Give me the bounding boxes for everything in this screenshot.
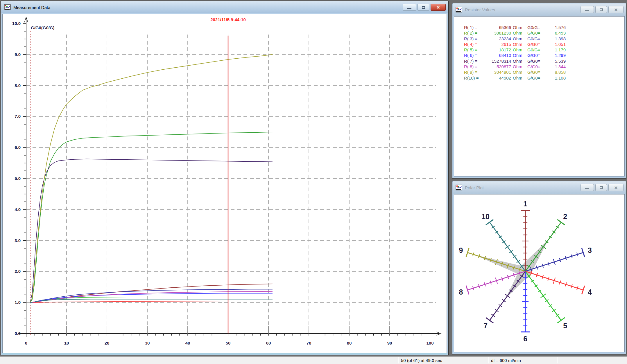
- polar-chart[interactable]: 12345678910: [454, 194, 624, 352]
- resistor-label: R( 2) =: [464, 30, 480, 36]
- close-icon: ✕: [436, 5, 440, 10]
- y-tick-label: 5.0: [15, 176, 21, 181]
- minimize-icon: [585, 188, 589, 189]
- spoke-number-label: 1: [523, 200, 527, 208]
- ratio-value: 6.453: [548, 30, 566, 36]
- resistor-label: R( 9) =: [464, 69, 480, 75]
- resistance-value: 23234: [481, 36, 511, 42]
- close-button[interactable]: ✕: [431, 4, 446, 11]
- resistance-value: 15278314: [481, 58, 511, 64]
- window-resistor-values: Resistor Values ✕ R( 1) = 65366 Ohm G0/G…: [452, 3, 626, 179]
- ratio-value: 1.051: [548, 42, 566, 47]
- x-tick-label: 70: [307, 340, 311, 345]
- resistor-row: R( 2) = 3081230 Ohm G/G0= 6.453: [464, 30, 624, 36]
- resistance-unit: Ohm: [513, 64, 526, 69]
- minimize-button[interactable]: [581, 6, 594, 13]
- polar-window-title: Polar Plot: [465, 185, 581, 190]
- minimize-icon: [585, 10, 589, 11]
- statusbar-separator: [488, 357, 489, 363]
- resistance-unit: Ohm: [513, 58, 526, 64]
- close-icon: ✕: [614, 185, 618, 190]
- measurement-chart[interactable]: 2021/11/5 9:44:10G/G0(G0/G)0.01.02.03.04…: [3, 14, 447, 353]
- chart-window-icon: [456, 7, 463, 12]
- resistor-rows: R( 1) = 65366 Ohm G0/G= 1.576 R( 2) = 30…: [454, 17, 624, 176]
- resistance-unit: Ohm: [513, 25, 526, 30]
- resistance-unit: Ohm: [513, 36, 526, 42]
- resistance-unit: Ohm: [513, 42, 526, 47]
- mdi-workspace: Measurement Data ✕ 2021/11/5 9:44:10G/G0…: [0, 0, 627, 364]
- maximize-button[interactable]: [418, 4, 429, 11]
- polar-titlebar[interactable]: Polar Plot ✕: [453, 181, 626, 194]
- resistance-unit: Ohm: [513, 47, 526, 53]
- y-tick-label: 1.0: [15, 300, 21, 305]
- ratio-value: 1.108: [548, 75, 566, 81]
- minimize-button[interactable]: [403, 4, 416, 11]
- resistance-value: 68410: [481, 53, 511, 58]
- ratio-value: 1.299: [548, 53, 566, 58]
- resistance-value: 44902: [481, 75, 511, 81]
- ratio-label: G/G0=: [527, 69, 547, 75]
- resistor-label: R( 7) =: [464, 58, 480, 64]
- spoke-number-label: 2: [563, 212, 567, 221]
- maximize-button[interactable]: [595, 184, 607, 191]
- resistance-value: 3044901: [481, 69, 511, 75]
- radar-spoke-4: 4: [525, 271, 592, 296]
- resistance-value: 2615: [481, 42, 511, 47]
- ratio-value: 5.539: [548, 58, 566, 64]
- statusbar-separator: [398, 357, 399, 363]
- y-tick-label: 4.0: [15, 207, 21, 212]
- resistor-titlebar[interactable]: Resistor Values ✕: [453, 3, 626, 16]
- close-button[interactable]: ✕: [608, 6, 624, 13]
- x-tick-label: 40: [185, 340, 190, 345]
- inplot-axis-label: G/G0(G0/G): [31, 25, 55, 30]
- resistance-value: 3081230: [481, 30, 511, 36]
- resistance-value: 65366: [481, 25, 511, 30]
- resistance-unit: Ohm: [513, 69, 526, 75]
- resistance-value: 18172: [481, 47, 511, 53]
- ratio-label: G/G0=: [527, 58, 547, 64]
- resistor-label: R( 1) =: [464, 25, 480, 30]
- close-button[interactable]: ✕: [608, 184, 624, 191]
- x-tick-label: 50: [226, 340, 231, 345]
- polar-plot-area: 12345678910: [454, 194, 625, 352]
- resistor-label: R( 8) =: [464, 64, 480, 69]
- window-polar-plot: Polar Plot ✕ 12345678910: [452, 181, 626, 354]
- spoke-number-label: 8: [459, 288, 463, 296]
- ratio-label: G/G0=: [527, 75, 547, 81]
- resistor-label: R( 5) =: [464, 47, 480, 53]
- spoke-number-label: 4: [588, 288, 592, 296]
- close-icon: ✕: [614, 8, 618, 12]
- ratio-label: G/G0=: [527, 30, 547, 36]
- x-tick-label: 30: [145, 340, 150, 345]
- resistance-unit: Ohm: [513, 75, 526, 81]
- y-tick-label: 8.0: [15, 83, 21, 88]
- resistor-values-panel: R( 1) = 65366 Ohm G0/G= 1.576 R( 2) = 30…: [454, 16, 625, 176]
- maximize-icon: [422, 6, 425, 9]
- chart-axes: [18, 17, 441, 337]
- measurement-chart-area: 2021/11/5 9:44:10G/G0(G0/G)0.01.02.03.04…: [2, 14, 447, 353]
- window-measurement-data: Measurement Data ✕ 2021/11/5 9:44:10G/G0…: [1, 1, 449, 355]
- spoke-number-label: 10: [481, 212, 490, 221]
- spoke-number-label: 6: [523, 335, 527, 343]
- resistor-label: R( 3) =: [464, 36, 480, 42]
- minimize-icon: [407, 8, 411, 9]
- ratio-value: 1.576: [548, 25, 566, 30]
- statusbar-separator: [557, 357, 558, 363]
- spoke-number-label: 5: [563, 322, 567, 330]
- maximize-button[interactable]: [595, 6, 607, 13]
- status-bar: 50 (of 61) at 49.0 sec df = 600 ml/min: [0, 356, 627, 364]
- ratio-label: G/G0=: [527, 64, 547, 69]
- minimize-button[interactable]: [581, 184, 594, 191]
- spoke-number-label: 3: [588, 246, 592, 254]
- x-tick-label: 0: [25, 340, 27, 345]
- restore-icon: [600, 186, 603, 189]
- x-tick-label: 80: [347, 340, 352, 345]
- radar-spoke-5: 5: [525, 271, 567, 330]
- chart-window-icon: [4, 4, 11, 10]
- resistance-unit: Ohm: [513, 53, 526, 58]
- measurement-titlebar[interactable]: Measurement Data ✕: [1, 1, 448, 13]
- y-tick-label: 10.0: [12, 21, 21, 26]
- ratio-label: G/G0=: [527, 42, 547, 47]
- status-measurement-progress: 50 (of 61) at 49.0 sec: [401, 357, 442, 364]
- x-tick-label: 100: [426, 340, 433, 345]
